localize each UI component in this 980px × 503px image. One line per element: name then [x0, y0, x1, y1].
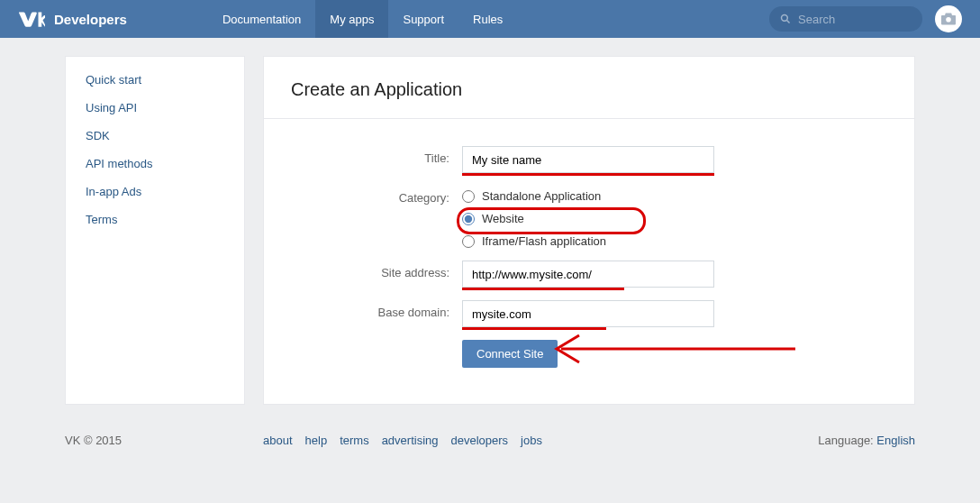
- svg-line-1: [787, 21, 790, 23]
- title-label: Title:: [291, 146, 462, 165]
- base-domain-label: Base domain:: [291, 300, 462, 319]
- form-body: Title: Category: Standalone Application …: [264, 119, 914, 404]
- category-radio-group: Standalone Application Website Iframe/Fl…: [462, 186, 606, 248]
- sidebar-item-terms[interactable]: Terms: [66, 206, 244, 233]
- radio-iframe-input[interactable]: [462, 235, 475, 248]
- language-select[interactable]: English: [876, 434, 915, 447]
- annotation-arrow: [543, 331, 795, 367]
- logo-text: Developers: [54, 12, 127, 27]
- svg-point-2: [946, 17, 951, 23]
- radio-standalone-input[interactable]: [462, 190, 475, 203]
- footer-language: Language: English: [818, 434, 915, 447]
- nav-documentation[interactable]: Documentation: [208, 0, 315, 38]
- vk-logo-icon: [18, 11, 45, 27]
- category-row: Category: Standalone Application Website…: [291, 186, 887, 248]
- sidebar-item-in-app-ads[interactable]: In-app Ads: [66, 178, 244, 206]
- page-title: Create an Application: [291, 79, 887, 100]
- sidebar-item-sdk[interactable]: SDK: [66, 122, 244, 150]
- sidebar-item-quick-start[interactable]: Quick start: [66, 66, 244, 94]
- nav-my-apps[interactable]: My apps: [315, 0, 388, 38]
- title-row: Title:: [291, 146, 887, 173]
- base-domain-input[interactable]: [462, 300, 714, 327]
- footer-link-terms[interactable]: terms: [340, 434, 369, 447]
- site-address-input[interactable]: [462, 261, 714, 288]
- header-right: [769, 5, 962, 32]
- radio-standalone-label: Standalone Application: [482, 189, 601, 203]
- footer-link-help[interactable]: help: [305, 434, 328, 447]
- footer-link-developers[interactable]: developers: [451, 434, 509, 447]
- logo-area[interactable]: Developers: [18, 11, 127, 27]
- radio-iframe-label: Iframe/Flash application: [482, 234, 606, 248]
- base-domain-row: Base domain:: [291, 300, 887, 327]
- annotation-underline: [462, 173, 714, 176]
- search-input[interactable]: [798, 13, 912, 26]
- search-icon: [780, 13, 791, 25]
- footer-links: about help terms advertising developers …: [263, 434, 542, 447]
- sidebar-item-using-api[interactable]: Using API: [66, 94, 244, 122]
- camera-icon: [941, 13, 956, 25]
- main-nav: Documentation My apps Support Rules: [208, 0, 517, 38]
- site-address-label: Site address:: [291, 261, 462, 279]
- footer-copyright: VK © 2015: [65, 434, 263, 447]
- annotation-underline: [462, 288, 624, 290]
- radio-standalone[interactable]: Standalone Application: [462, 189, 606, 203]
- sidebar: Quick start Using API SDK API methods In…: [65, 56, 245, 405]
- connect-site-button[interactable]: Connect Site: [462, 340, 558, 368]
- title-input[interactable]: [462, 146, 714, 173]
- footer: VK © 2015 about help terms advertising d…: [58, 423, 922, 474]
- nav-rules[interactable]: Rules: [458, 0, 517, 38]
- top-header: Developers Documentation My apps Support…: [0, 0, 980, 38]
- site-address-row: Site address:: [291, 261, 887, 288]
- footer-link-about[interactable]: about: [263, 434, 293, 447]
- sidebar-item-api-methods[interactable]: API methods: [66, 150, 244, 178]
- camera-button[interactable]: [935, 5, 962, 32]
- category-label: Category:: [291, 186, 462, 205]
- radio-website-label: Website: [482, 212, 524, 225]
- svg-point-0: [782, 14, 788, 21]
- language-label: Language:: [818, 434, 873, 447]
- main-header: Create an Application: [264, 57, 914, 119]
- radio-iframe[interactable]: Iframe/Flash application: [462, 234, 606, 248]
- radio-website[interactable]: Website: [462, 212, 606, 225]
- nav-support[interactable]: Support: [388, 0, 458, 38]
- main-panel: Create an Application Title: Category: S…: [263, 56, 915, 405]
- annotation-underline: [462, 327, 606, 330]
- footer-link-jobs[interactable]: jobs: [521, 434, 542, 447]
- radio-website-input[interactable]: [462, 213, 475, 225]
- search-box[interactable]: [769, 6, 922, 32]
- footer-link-advertising[interactable]: advertising: [382, 434, 439, 447]
